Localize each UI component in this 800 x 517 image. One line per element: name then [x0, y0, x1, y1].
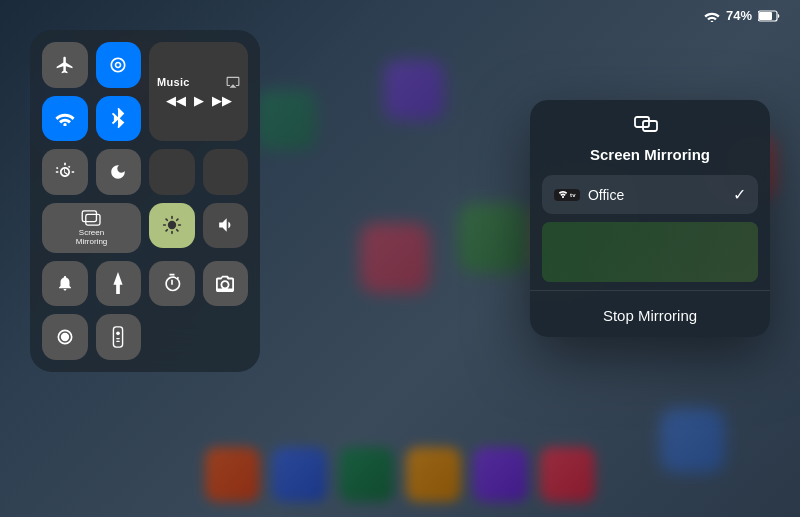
alarm-button[interactable] — [42, 261, 88, 307]
bell-icon — [56, 273, 74, 293]
svg-rect-2 — [759, 12, 772, 20]
battery-icon — [758, 10, 780, 22]
remote-button[interactable] — [96, 314, 142, 360]
svg-rect-6 — [82, 210, 96, 221]
bluetooth-button[interactable] — [96, 96, 142, 142]
wifi-icon — [704, 10, 720, 22]
svg-line-15 — [176, 219, 177, 220]
next-button[interactable]: ▶▶ — [212, 93, 232, 108]
prev-button[interactable]: ◀◀ — [166, 93, 186, 108]
brightness-button[interactable] — [149, 203, 195, 249]
svg-rect-19 — [114, 327, 123, 347]
timer-button[interactable] — [149, 261, 195, 307]
stop-mirroring-button[interactable]: Stop Mirroring — [530, 295, 770, 337]
music-title: Music — [157, 76, 190, 88]
svg-rect-7 — [85, 214, 99, 225]
stop-mirroring-label: Stop Mirroring — [603, 307, 697, 324]
camera-button[interactable] — [203, 261, 249, 307]
wifi-ctrl-icon — [55, 110, 75, 126]
flashlight-button[interactable] — [96, 261, 142, 307]
mirroring-label: ScreenMirroring — [76, 228, 108, 246]
screen-mirroring-button[interactable]: ScreenMirroring — [42, 203, 141, 253]
popup-header: Screen Mirroring — [530, 100, 770, 171]
decorative-area — [542, 222, 758, 282]
checkmark-icon: ✓ — [733, 185, 746, 204]
airplay-icon — [226, 75, 240, 89]
popup-mirror-icon — [634, 116, 666, 140]
flashlight-icon — [110, 272, 126, 294]
airplane-mode-button[interactable] — [42, 42, 88, 88]
bluetooth-icon — [110, 107, 126, 129]
volume-icon — [215, 215, 235, 235]
svg-line-14 — [176, 230, 177, 231]
wifi-button[interactable] — [42, 96, 88, 142]
hotspot-button[interactable] — [96, 42, 142, 88]
svg-point-18 — [61, 333, 69, 341]
screen-mirror-icon — [81, 210, 103, 226]
device-item[interactable]: tv Office ✓ — [542, 175, 758, 214]
svg-rect-24 — [643, 121, 657, 131]
empty-slot-2 — [203, 149, 249, 195]
rotation-lock-icon — [55, 162, 75, 182]
airplane-icon — [55, 55, 75, 75]
svg-rect-23 — [635, 117, 649, 127]
screen-mirroring-popup: Screen Mirroring tv Office ✓ Stop Mirror… — [530, 100, 770, 337]
camera-icon — [214, 274, 236, 292]
record-icon — [55, 327, 75, 347]
device-name: Office — [588, 187, 725, 203]
play-button[interactable]: ▶ — [194, 93, 204, 108]
rotation-lock-button[interactable] — [42, 149, 88, 195]
svg-point-20 — [116, 331, 120, 335]
brightness-icon — [162, 215, 182, 235]
svg-rect-21 — [116, 338, 120, 339]
do-not-disturb-button[interactable] — [96, 149, 142, 195]
status-bar: 74% — [704, 8, 780, 23]
svg-line-16 — [166, 230, 167, 231]
svg-point-3 — [63, 123, 66, 126]
svg-rect-22 — [116, 340, 120, 341]
volume-button[interactable] — [203, 203, 249, 249]
moon-icon — [109, 163, 127, 181]
music-widget[interactable]: Music ◀◀ ▶ ▶▶ — [149, 42, 248, 141]
timer-icon — [162, 273, 182, 293]
svg-line-13 — [166, 219, 167, 220]
control-center-grid: Music ◀◀ ▶ ▶▶ — [42, 42, 248, 360]
empty-slot-1 — [149, 149, 195, 195]
svg-point-0 — [711, 20, 714, 21]
music-controls: ◀◀ ▶ ▶▶ — [166, 93, 232, 108]
battery-percent: 74% — [726, 8, 752, 23]
record-button[interactable] — [42, 314, 88, 360]
hotspot-icon — [108, 55, 128, 75]
appletv-badge: tv — [554, 189, 580, 201]
popup-title: Screen Mirroring — [590, 146, 710, 163]
control-center-panel: Music ◀◀ ▶ ▶▶ — [30, 30, 260, 372]
popup-divider — [530, 290, 770, 291]
svg-point-8 — [168, 221, 176, 229]
remote-icon — [111, 326, 125, 348]
